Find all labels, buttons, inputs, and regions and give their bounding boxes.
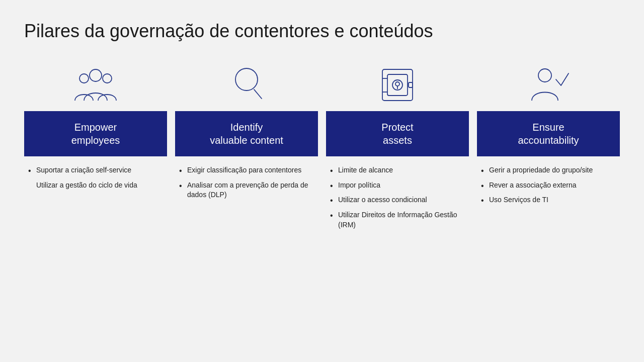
bullet-protect-3: Utilizar o acesso condicional xyxy=(330,195,465,205)
pillar-empower: Empoweremployees Suportar a criação self… xyxy=(24,62,167,195)
bullet-empower-1: Suportar a criação self-service xyxy=(28,165,163,175)
pillar-identify-bullets: Exigir classificação para contentores An… xyxy=(175,156,318,205)
page: Pilares da governação de contentores e c… xyxy=(0,0,644,362)
svg-point-3 xyxy=(235,68,258,90)
pillar-identify-header: Identifyvaluable content xyxy=(175,111,318,156)
pillar-ensure: Ensureaccountability Gerir a propriedade… xyxy=(477,62,620,210)
safe-icon xyxy=(377,62,418,107)
pillar-protect-header: Protectassets xyxy=(326,111,469,156)
pillar-ensure-header: Ensureaccountability xyxy=(477,111,620,156)
bullet-ensure-3: Uso Serviços de TI xyxy=(481,195,616,205)
pillar-protect-bullets: Limite de alcance Impor política Utiliza… xyxy=(326,156,469,235)
search-icon xyxy=(229,62,264,107)
bullet-empower-2: Utilizar a gestão do ciclo de vida xyxy=(28,180,163,191)
pillar-identify: Identifyvaluable content Exigir classifi… xyxy=(175,62,318,205)
bullet-protect-2: Impor política xyxy=(330,180,465,191)
pillars-container: Empoweremployees Suportar a criação self… xyxy=(24,62,620,235)
svg-point-2 xyxy=(103,74,112,83)
svg-point-1 xyxy=(79,74,89,83)
svg-point-13 xyxy=(538,69,551,82)
pillar-protect: Protectassets Limite de alcance Impor po… xyxy=(326,62,469,235)
bullet-protect-4: Utilizar Direitos de Informação Gestão (… xyxy=(330,210,465,230)
person-check-icon xyxy=(526,62,571,107)
svg-rect-6 xyxy=(387,74,408,96)
svg-point-8 xyxy=(395,82,399,86)
svg-rect-12 xyxy=(409,82,413,87)
pillar-empower-bullets: Suportar a criação self-service Utilizar… xyxy=(24,156,167,195)
pillar-ensure-bullets: Gerir a propriedade do grupo/site Rever … xyxy=(477,156,620,210)
people-icon xyxy=(73,62,118,107)
bullet-identify-2: Analisar com a prevenção de perda de dad… xyxy=(179,180,314,200)
bullet-protect-1: Limite de alcance xyxy=(330,165,465,175)
bullet-ensure-2: Rever a associação externa xyxy=(481,180,616,191)
svg-line-4 xyxy=(254,89,262,99)
page-title: Pilares da governação de contentores e c… xyxy=(24,20,620,42)
svg-point-0 xyxy=(90,69,102,81)
pillar-empower-header: Empoweremployees xyxy=(24,111,167,156)
bullet-ensure-1: Gerir a propriedade do grupo/site xyxy=(481,165,616,175)
bullet-identify-1: Exigir classificação para contentores xyxy=(179,165,314,175)
